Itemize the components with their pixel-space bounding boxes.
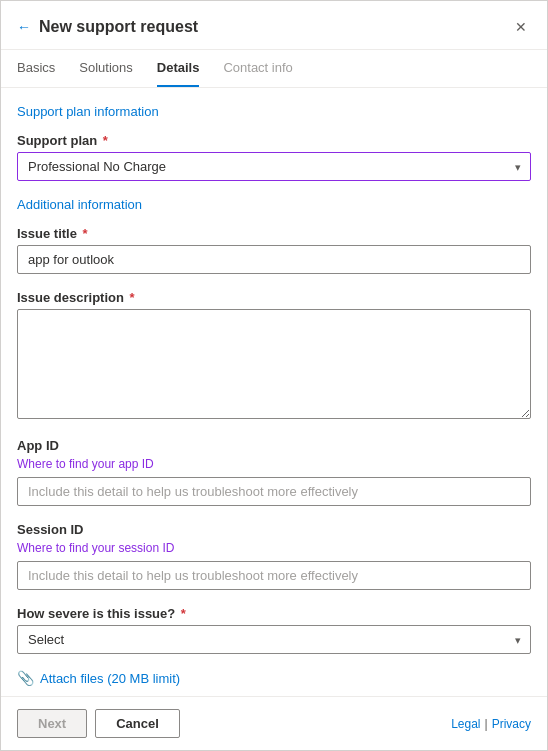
tab-details[interactable]: Details (157, 50, 200, 87)
app-id-input[interactable] (17, 477, 531, 506)
session-id-link[interactable]: Where to find your session ID (17, 541, 531, 555)
additional-info-section-title: Additional information (17, 197, 531, 212)
issue-description-label: Issue description * (17, 290, 531, 305)
tab-bar: Basics Solutions Details Contact info (1, 50, 547, 88)
privacy-link[interactable]: Privacy (492, 717, 531, 731)
app-id-field: App ID Where to find your app ID (17, 438, 531, 506)
additional-info-section: Additional information Issue title * Iss… (17, 197, 531, 654)
session-id-input[interactable] (17, 561, 531, 590)
close-icon[interactable]: ✕ (511, 15, 531, 39)
tab-solutions[interactable]: Solutions (79, 50, 132, 87)
tab-basics[interactable]: Basics (17, 50, 55, 87)
paperclip-icon: 📎 (17, 670, 34, 686)
attach-files-label: Attach files (20 MB limit) (40, 671, 180, 686)
page-title: New support request (39, 18, 198, 36)
app-id-label: App ID (17, 438, 531, 453)
support-plan-label: Support plan * (17, 133, 531, 148)
main-content: Support plan information Support plan * … (1, 88, 547, 702)
issue-title-required: * (79, 226, 88, 241)
session-id-label: Session ID (17, 522, 531, 537)
session-id-field: Session ID Where to find your session ID (17, 522, 531, 590)
attach-files-row[interactable]: 📎 Attach files (20 MB limit) (17, 670, 531, 686)
next-button[interactable]: Next (17, 709, 87, 738)
cancel-button[interactable]: Cancel (95, 709, 180, 738)
footer-divider: | (485, 717, 488, 731)
issue-description-field: Issue description * (17, 290, 531, 422)
support-plan-required: * (99, 133, 108, 148)
footer-links: Legal | Privacy (451, 717, 531, 731)
header-left: ← New support request (17, 18, 198, 36)
legal-link[interactable]: Legal (451, 717, 480, 731)
support-plan-field: Support plan * Professional No Charge Ba… (17, 133, 531, 181)
issue-title-label: Issue title * (17, 226, 531, 241)
issue-title-input[interactable] (17, 245, 531, 274)
support-plan-section-title: Support plan information (17, 104, 531, 119)
severity-required: * (177, 606, 186, 621)
support-plan-select[interactable]: Professional No Charge Basic Standard Pr… (17, 152, 531, 181)
header: ← New support request ✕ (1, 1, 547, 50)
issue-description-required: * (126, 290, 135, 305)
tab-contact-info: Contact info (223, 50, 292, 87)
footer: Next Cancel Legal | Privacy (1, 696, 547, 750)
back-icon[interactable]: ← (17, 19, 31, 35)
severity-field: How severe is this issue? * Select A - C… (17, 606, 531, 654)
issue-description-wrapper (17, 309, 531, 422)
footer-actions: Next Cancel (17, 709, 180, 738)
issue-description-input[interactable] (17, 309, 531, 419)
app-id-link[interactable]: Where to find your app ID (17, 457, 531, 471)
severity-select[interactable]: Select A - Critical B - High C - Moderat… (17, 625, 531, 654)
severity-select-wrapper: Select A - Critical B - High C - Moderat… (17, 625, 531, 654)
severity-label: How severe is this issue? * (17, 606, 531, 621)
support-plan-select-wrapper: Professional No Charge Basic Standard Pr… (17, 152, 531, 181)
issue-title-field: Issue title * (17, 226, 531, 274)
